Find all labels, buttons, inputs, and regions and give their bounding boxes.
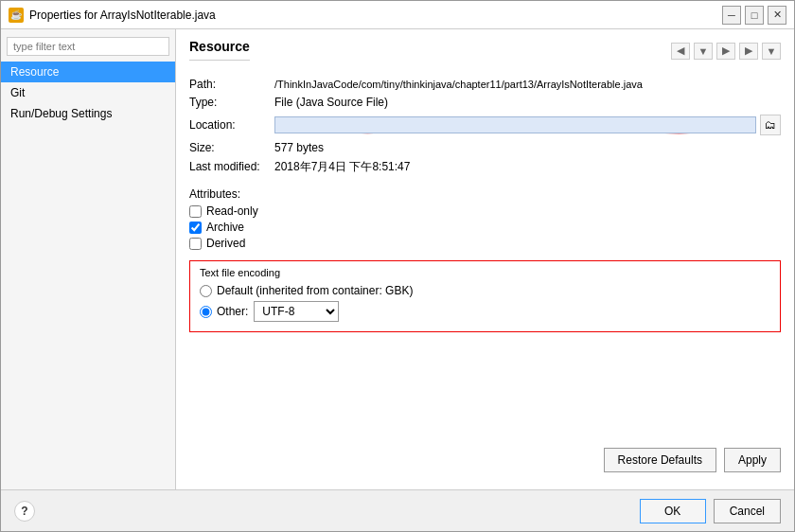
dialog-title: Properties for ArrayIsNotIterable.java [29, 9, 216, 22]
location-browse-button[interactable]: 🗂 [760, 115, 781, 135]
archive-row: Archive [189, 221, 781, 234]
bottom-left: ? [14, 501, 35, 522]
main-panel: Resource ◀ ▼ ▶ ▶ ▼ Path: /ThinkInJavaCod… [176, 29, 794, 489]
filter-input[interactable] [7, 37, 169, 56]
type-row: Type: File (Java Source File) [189, 96, 781, 109]
browse-icon: 🗂 [765, 118, 776, 132]
title-bar: ☕ Properties for ArrayIsNotIterable.java… [1, 1, 794, 29]
size-row: Size: 577 bytes [189, 141, 781, 154]
bottom-bar: ? OK Cancel [1, 489, 794, 531]
help-button[interactable]: ? [14, 501, 35, 522]
nav-forward-button[interactable]: ▶ [716, 43, 735, 60]
type-label: Type: [189, 96, 274, 109]
modified-row: Last modified: 2018年7月4日 下午8:51:47 [189, 159, 781, 175]
size-value: 577 bytes [274, 141, 781, 154]
nav-menu-button[interactable]: ▼ [762, 43, 781, 60]
sidebar-item-run-debug[interactable]: Run/Debug Settings [1, 103, 175, 124]
encoding-other-row: Other: UTF-8GBKUTF-16ISO-8859-1US-ASCII [200, 301, 770, 322]
readonly-label: Read-only [206, 204, 258, 218]
attributes-label: Attributes: [189, 187, 781, 201]
encoding-default-radio[interactable] [200, 285, 212, 297]
nav-back-button[interactable]: ◀ [671, 43, 690, 60]
help-icon: ? [21, 505, 27, 518]
path-label: Path: [189, 78, 274, 91]
nav-forward-dropdown-button[interactable]: ▶ [739, 43, 758, 60]
dialog-icon: ☕ [9, 8, 24, 23]
derived-checkbox[interactable] [189, 238, 202, 250]
derived-row: Derived [189, 237, 781, 250]
encoding-default-label: Default (inherited from container: GBK) [217, 284, 413, 297]
encoding-other-label: Other: [217, 305, 248, 318]
title-bar-left: ☕ Properties for ArrayIsNotIterable.java [9, 8, 216, 23]
sidebar-item-git[interactable]: Git [1, 82, 175, 103]
bottom-right: OK Cancel [640, 499, 781, 523]
maximize-button[interactable]: □ [745, 6, 764, 25]
path-value: /ThinkInJavaCode/com/tiny/thinkinjava/ch… [274, 79, 781, 90]
attributes-section: Attributes: Read-only Archive Derived [189, 187, 781, 253]
location-label: Location: [189, 118, 274, 132]
apply-button[interactable]: Apply [724, 448, 781, 472]
location-value-container [274, 114, 756, 136]
minimize-button[interactable]: ─ [722, 6, 741, 25]
modified-value: 2018年7月4日 下午8:51:47 [274, 159, 781, 175]
encoding-section: Text file encoding Default (inherited fr… [189, 260, 781, 332]
cancel-button[interactable]: Cancel [714, 499, 781, 523]
nav-bar: ◀ ▼ ▶ ▶ ▼ [671, 43, 781, 60]
path-row: Path: /ThinkInJavaCode/com/tiny/thinkinj… [189, 78, 781, 91]
archive-checkbox[interactable] [189, 222, 202, 234]
panel-header: Resource [189, 39, 250, 61]
readonly-row: Read-only [189, 204, 781, 218]
type-value: File (Java Source File) [274, 96, 781, 109]
archive-label: Archive [206, 221, 244, 234]
modified-label: Last modified: [189, 160, 274, 173]
encoding-title: Text file encoding [200, 267, 770, 278]
encoding-default-row: Default (inherited from container: GBK) [200, 284, 770, 297]
properties-content: Path: /ThinkInJavaCode/com/tiny/thinkinj… [189, 78, 781, 480]
close-button[interactable]: ✕ [768, 6, 786, 25]
encoding-select[interactable]: UTF-8GBKUTF-16ISO-8859-1US-ASCII [254, 301, 339, 322]
size-label: Size: [189, 141, 274, 154]
derived-label: Derived [206, 237, 245, 250]
action-buttons: Restore Defaults Apply [189, 440, 781, 480]
encoding-other-radio[interactable] [200, 306, 212, 318]
nav-back-dropdown-button[interactable]: ▼ [694, 43, 713, 60]
readonly-checkbox[interactable] [189, 205, 202, 218]
content-area: Resource Git Run/Debug Settings Resource… [1, 29, 794, 489]
title-bar-controls: ─ □ ✕ [722, 6, 786, 25]
sidebar: Resource Git Run/Debug Settings [1, 29, 176, 489]
properties-dialog: ☕ Properties for ArrayIsNotIterable.java… [0, 0, 795, 532]
location-highlight [274, 116, 756, 133]
location-row: Location: 🗂 [189, 114, 781, 136]
sidebar-item-resource[interactable]: Resource [1, 62, 175, 82]
restore-defaults-button[interactable]: Restore Defaults [604, 448, 716, 472]
ok-button[interactable]: OK [640, 499, 706, 523]
